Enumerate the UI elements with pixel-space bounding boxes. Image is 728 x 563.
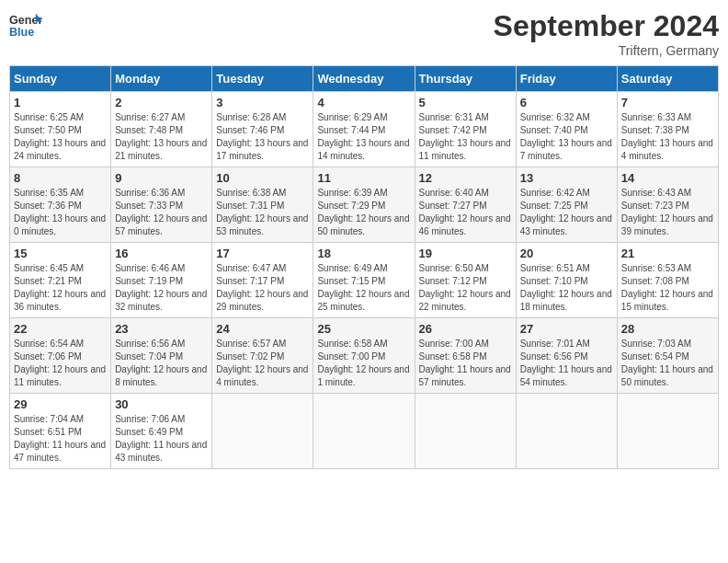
day-info: Sunrise: 6:49 AMSunset: 7:15 PMDaylight:… [317,262,410,314]
day-cell-11: 11 Sunrise: 6:39 AMSunset: 7:29 PMDaylig… [313,167,415,243]
title-block: September 2024 Triftern, Germany [494,9,719,58]
day-info: Sunrise: 6:58 AMSunset: 7:00 PMDaylight:… [317,338,410,389]
day-cell-18: 18 Sunrise: 6:49 AMSunset: 7:15 PMDaylig… [313,243,415,318]
empty-cell [313,394,415,469]
col-header-friday: Friday [516,66,617,92]
empty-cell [617,394,718,469]
day-info: Sunrise: 6:29 AMSunset: 7:44 PMDaylight:… [317,111,410,163]
day-cell-22: 22 Sunrise: 6:54 AMSunset: 7:06 PMDaylig… [10,318,111,394]
day-number: 24 [216,322,309,336]
day-cell-2: 2 Sunrise: 6:27 AMSunset: 7:48 PMDayligh… [111,92,212,167]
day-number: 15 [14,247,107,260]
day-info: Sunrise: 6:28 AMSunset: 7:46 PMDaylight:… [216,111,309,163]
day-number: 28 [621,322,714,336]
day-cell-15: 15 Sunrise: 6:45 AMSunset: 7:21 PMDaylig… [10,243,111,318]
day-cell-24: 24 Sunrise: 6:57 AMSunset: 7:02 PMDaylig… [212,318,313,394]
day-info: Sunrise: 7:06 AMSunset: 6:49 PMDaylight:… [115,413,208,465]
day-info: Sunrise: 6:35 AMSunset: 7:36 PMDaylight:… [14,187,107,238]
day-number: 1 [14,96,107,109]
day-info: Sunrise: 6:36 AMSunset: 7:33 PMDaylight:… [115,187,208,238]
col-header-sunday: Sunday [10,66,111,92]
day-info: Sunrise: 7:04 AMSunset: 6:51 PMDaylight:… [14,413,107,465]
svg-text:Blue: Blue [9,26,34,39]
day-number: 3 [216,96,309,109]
day-number: 19 [419,247,512,260]
day-cell-5: 5 Sunrise: 6:31 AMSunset: 7:42 PMDayligh… [415,92,516,167]
col-header-monday: Monday [111,66,212,92]
day-number: 8 [14,171,107,185]
day-cell-7: 7 Sunrise: 6:33 AMSunset: 7:38 PMDayligh… [617,92,718,167]
day-number: 6 [520,96,613,109]
col-header-saturday: Saturday [617,66,718,92]
day-number: 11 [317,171,410,185]
day-info: Sunrise: 6:56 AMSunset: 7:04 PMDaylight:… [115,338,208,389]
day-info: Sunrise: 6:31 AMSunset: 7:42 PMDaylight:… [419,111,512,163]
day-number: 5 [419,96,512,109]
day-number: 29 [14,397,107,411]
logo-icon: General Blue [9,9,42,42]
day-number: 4 [317,96,410,109]
day-info: Sunrise: 7:00 AMSunset: 6:58 PMDaylight:… [419,338,512,389]
day-cell-21: 21 Sunrise: 6:53 AMSunset: 7:08 PMDaylig… [617,243,718,318]
day-info: Sunrise: 6:51 AMSunset: 7:10 PMDaylight:… [520,262,613,314]
day-cell-13: 13 Sunrise: 6:42 AMSunset: 7:25 PMDaylig… [516,167,617,243]
day-number: 25 [317,322,410,336]
day-cell-3: 3 Sunrise: 6:28 AMSunset: 7:46 PMDayligh… [212,92,313,167]
day-number: 10 [216,171,309,185]
header-row: SundayMondayTuesdayWednesdayThursdayFrid… [10,66,719,92]
day-info: Sunrise: 6:43 AMSunset: 7:23 PMDaylight:… [621,187,714,238]
week-row-1: 1 Sunrise: 6:25 AMSunset: 7:50 PMDayligh… [10,92,719,167]
day-number: 12 [419,171,512,185]
day-info: Sunrise: 6:45 AMSunset: 7:21 PMDaylight:… [14,262,107,314]
day-info: Sunrise: 6:40 AMSunset: 7:27 PMDaylight:… [419,187,512,238]
day-info: Sunrise: 6:38 AMSunset: 7:31 PMDaylight:… [216,187,309,238]
day-cell-1: 1 Sunrise: 6:25 AMSunset: 7:50 PMDayligh… [10,92,111,167]
day-cell-30: 30 Sunrise: 7:06 AMSunset: 6:49 PMDaylig… [111,394,212,469]
day-info: Sunrise: 6:50 AMSunset: 7:12 PMDaylight:… [419,262,512,314]
day-info: Sunrise: 6:25 AMSunset: 7:50 PMDaylight:… [14,111,107,163]
day-cell-29: 29 Sunrise: 7:04 AMSunset: 6:51 PMDaylig… [10,394,111,469]
location: Triftern, Germany [494,43,719,58]
day-number: 26 [419,322,512,336]
day-number: 14 [621,171,714,185]
day-number: 30 [115,397,208,411]
day-cell-16: 16 Sunrise: 6:46 AMSunset: 7:19 PMDaylig… [111,243,212,318]
day-number: 27 [520,322,613,336]
calendar-table: SundayMondayTuesdayWednesdayThursdayFrid… [9,65,719,469]
day-cell-19: 19 Sunrise: 6:50 AMSunset: 7:12 PMDaylig… [415,243,516,318]
day-number: 18 [317,247,410,260]
col-header-thursday: Thursday [415,66,516,92]
week-row-3: 15 Sunrise: 6:45 AMSunset: 7:21 PMDaylig… [10,243,719,318]
day-cell-10: 10 Sunrise: 6:38 AMSunset: 7:31 PMDaylig… [212,167,313,243]
day-info: Sunrise: 6:42 AMSunset: 7:25 PMDaylight:… [520,187,613,238]
logo: General Blue [9,9,42,42]
week-row-5: 29 Sunrise: 7:04 AMSunset: 6:51 PMDaylig… [10,394,719,469]
day-number: 16 [115,247,208,260]
day-info: Sunrise: 6:33 AMSunset: 7:38 PMDaylight:… [621,111,714,163]
day-cell-4: 4 Sunrise: 6:29 AMSunset: 7:44 PMDayligh… [313,92,415,167]
day-number: 23 [115,322,208,336]
day-cell-8: 8 Sunrise: 6:35 AMSunset: 7:36 PMDayligh… [10,167,111,243]
day-info: Sunrise: 6:47 AMSunset: 7:17 PMDaylight:… [216,262,309,314]
day-info: Sunrise: 6:53 AMSunset: 7:08 PMDaylight:… [621,262,714,314]
day-number: 2 [115,96,208,109]
day-cell-28: 28 Sunrise: 7:03 AMSunset: 6:54 PMDaylig… [617,318,718,394]
day-cell-23: 23 Sunrise: 6:56 AMSunset: 7:04 PMDaylig… [111,318,212,394]
day-cell-17: 17 Sunrise: 6:47 AMSunset: 7:17 PMDaylig… [212,243,313,318]
col-header-tuesday: Tuesday [212,66,313,92]
day-info: Sunrise: 6:54 AMSunset: 7:06 PMDaylight:… [14,338,107,389]
col-header-wednesday: Wednesday [313,66,415,92]
week-row-4: 22 Sunrise: 6:54 AMSunset: 7:06 PMDaylig… [10,318,719,394]
day-info: Sunrise: 6:27 AMSunset: 7:48 PMDaylight:… [115,111,208,163]
day-number: 17 [216,247,309,260]
day-cell-25: 25 Sunrise: 6:58 AMSunset: 7:00 PMDaylig… [313,318,415,394]
empty-cell [212,394,313,469]
day-cell-9: 9 Sunrise: 6:36 AMSunset: 7:33 PMDayligh… [111,167,212,243]
week-row-2: 8 Sunrise: 6:35 AMSunset: 7:36 PMDayligh… [10,167,719,243]
day-info: Sunrise: 6:46 AMSunset: 7:19 PMDaylight:… [115,262,208,314]
day-info: Sunrise: 6:57 AMSunset: 7:02 PMDaylight:… [216,338,309,389]
day-info: Sunrise: 7:01 AMSunset: 6:56 PMDaylight:… [520,338,613,389]
day-number: 21 [621,247,714,260]
day-number: 13 [520,171,613,185]
day-cell-26: 26 Sunrise: 7:00 AMSunset: 6:58 PMDaylig… [415,318,516,394]
